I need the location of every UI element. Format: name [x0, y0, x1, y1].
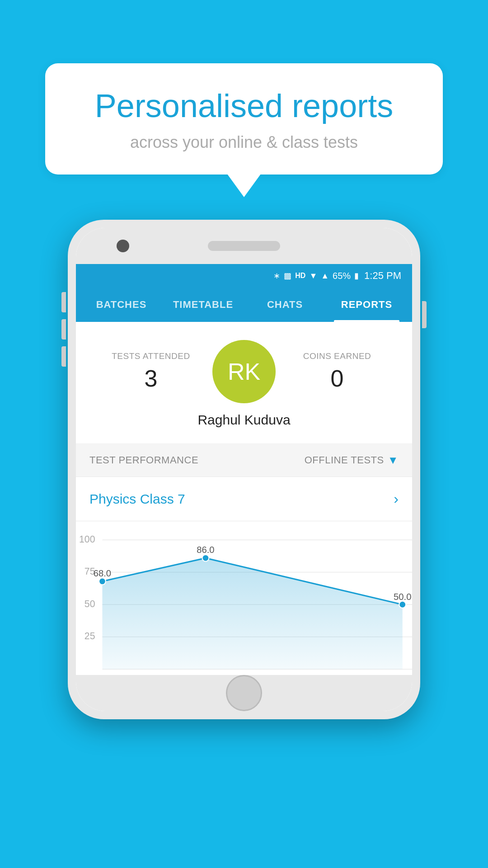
home-button[interactable]	[226, 675, 262, 711]
profile-section: TESTS ATTENDED 3 RK COINS EARNED 0 Raghu…	[76, 322, 412, 444]
time-display: 1:25 PM	[364, 270, 401, 282]
volume-down-button	[61, 319, 66, 340]
phone-screen: ∗ ▩ HD ▼ ▲ 65% ▮ 1:25 PM BATCHES	[76, 228, 412, 711]
hd-icon: HD	[295, 272, 305, 280]
performance-chart: 100 75 50 25	[76, 530, 412, 675]
battery-icon: ▮	[354, 271, 359, 281]
phone-top-hardware	[76, 228, 412, 264]
phone-mockup: ∗ ▩ HD ▼ ▲ 65% ▮ 1:25 PM BATCHES	[68, 220, 420, 719]
tab-batches[interactable]: BATCHES	[80, 288, 162, 322]
class-name: Physics Class 7	[89, 491, 185, 507]
tab-reports[interactable]: REPORTS	[326, 288, 408, 322]
coins-earned-label: COINS EARNED	[276, 351, 399, 361]
chevron-down-icon: ▼	[388, 454, 399, 467]
status-bar: ∗ ▩ HD ▼ ▲ 65% ▮ 1:25 PM	[76, 264, 412, 288]
chart-area-fill	[102, 558, 402, 670]
test-performance-label: TEST PERFORMANCE	[89, 454, 198, 466]
silent-button	[61, 346, 66, 367]
physics-class-row[interactable]: Physics Class 7 ›	[76, 477, 412, 521]
avatar: RK	[212, 340, 276, 403]
power-button	[422, 301, 427, 328]
volume-up-button	[61, 292, 66, 312]
chart-area: 100 75 50 25	[76, 521, 412, 675]
svg-text:68.0: 68.0	[94, 569, 111, 579]
tab-timetable[interactable]: TIMETABLE	[162, 288, 244, 322]
avatar-initials: RK	[228, 358, 260, 385]
data-point-2	[202, 555, 209, 561]
tests-attended-label: TESTS ATTENDED	[89, 351, 212, 361]
speech-bubble: Personalised reports across your online …	[45, 63, 443, 175]
svg-text:50: 50	[84, 599, 95, 609]
data-point-1	[99, 578, 106, 585]
chevron-right-icon: ›	[394, 491, 399, 507]
svg-text:100: 100	[79, 534, 95, 545]
battery-percent: 65%	[333, 271, 351, 281]
navigation-tabs: BATCHES TIMETABLE CHATS REPORTS	[76, 288, 412, 322]
earpiece-speaker	[208, 241, 280, 251]
svg-text:86.0: 86.0	[197, 545, 214, 555]
tests-attended-stat: TESTS ATTENDED 3	[89, 351, 212, 392]
bubble-subtitle: across your online & class tests	[77, 133, 411, 152]
bubble-title: Personalised reports	[77, 88, 411, 124]
data-point-3	[399, 601, 406, 608]
svg-text:50.0: 50.0	[394, 592, 411, 602]
front-camera	[117, 240, 129, 252]
phone-body: ∗ ▩ HD ▼ ▲ 65% ▮ 1:25 PM BATCHES	[68, 220, 420, 719]
coins-earned-stat: COINS EARNED 0	[276, 351, 399, 392]
screen-content: ∗ ▩ HD ▼ ▲ 65% ▮ 1:25 PM BATCHES	[76, 264, 412, 675]
wifi-icon: ▼	[309, 271, 317, 281]
tests-attended-value: 3	[89, 365, 212, 392]
user-name: Raghul Kuduva	[197, 412, 290, 428]
offline-tests-label: OFFLINE TESTS	[305, 454, 384, 466]
profile-stats-row: TESTS ATTENDED 3 RK COINS EARNED 0	[89, 340, 399, 403]
bluetooth-icon: ∗	[273, 271, 280, 281]
test-performance-header: TEST PERFORMANCE OFFLINE TESTS ▼	[76, 444, 412, 477]
coins-earned-value: 0	[276, 365, 399, 392]
status-icons: ∗ ▩ HD ▼ ▲ 65% ▮ 1:25 PM	[273, 270, 401, 282]
signal-icon: ▲	[321, 271, 329, 281]
offline-tests-filter[interactable]: OFFLINE TESTS ▼	[305, 454, 399, 467]
vibrate-icon: ▩	[284, 271, 291, 281]
tab-chats[interactable]: CHATS	[244, 288, 326, 322]
phone-bottom-hardware	[76, 675, 412, 711]
svg-text:25: 25	[84, 631, 95, 642]
